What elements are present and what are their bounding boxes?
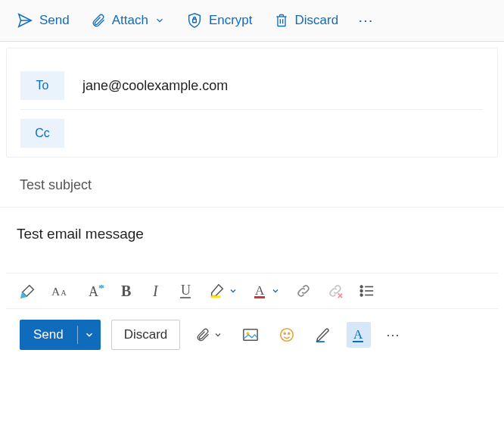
- highlight-icon: [209, 283, 226, 299]
- svg-point-24: [281, 329, 294, 342]
- pen-icon: [315, 326, 331, 343]
- discard-button-bottom[interactable]: Discard: [111, 320, 181, 350]
- body-editor[interactable]: Test email message: [17, 226, 490, 242]
- svg-rect-13: [254, 296, 265, 298]
- highlight-button[interactable]: [209, 283, 238, 299]
- send-button-bottom[interactable]: Send: [20, 320, 77, 350]
- bullet-list-button[interactable]: [359, 283, 375, 299]
- to-row: To: [20, 62, 484, 110]
- svg-rect-11: [211, 295, 221, 298]
- font-size-icon: A A: [51, 283, 71, 299]
- chevron-down-icon: [84, 329, 95, 340]
- svg-text:A: A: [89, 284, 98, 299]
- more-options-top[interactable]: ⋯: [350, 7, 382, 34]
- paperclip-icon: [195, 326, 210, 343]
- bold-icon: B: [120, 283, 135, 299]
- format-toolbar: A A A B I U A: [6, 273, 498, 309]
- send-button-top[interactable]: Send: [8, 8, 79, 33]
- italic-icon: I: [150, 283, 163, 299]
- attach-button-top[interactable]: Attach: [82, 8, 174, 33]
- chevron-down-icon: [213, 330, 222, 339]
- svg-text:B: B: [121, 283, 131, 299]
- font-style-button[interactable]: A: [86, 283, 104, 299]
- svg-text:A: A: [353, 327, 363, 342]
- insert-link-button[interactable]: [295, 283, 312, 299]
- to-input[interactable]: [64, 78, 484, 94]
- bottom-toolbar: Send Discard: [6, 309, 498, 361]
- discard-button-top[interactable]: Discard: [265, 8, 348, 33]
- svg-text:I: I: [152, 283, 159, 299]
- subject-row: [0, 164, 504, 208]
- insert-image-button[interactable]: [238, 323, 263, 347]
- more-options-bottom[interactable]: ⋯: [381, 322, 406, 348]
- link-icon: [295, 283, 312, 299]
- discard-label-top: Discard: [295, 13, 339, 28]
- show-formatting-button[interactable]: A: [347, 322, 371, 348]
- trash-icon: [274, 12, 289, 29]
- format-painter-button[interactable]: [20, 283, 36, 299]
- underline-button[interactable]: U: [179, 283, 194, 299]
- svg-text:A: A: [51, 285, 61, 298]
- encrypt-button[interactable]: Encrypt: [177, 8, 262, 33]
- emoji-icon: [278, 326, 295, 343]
- italic-button[interactable]: I: [150, 283, 163, 299]
- cc-button[interactable]: Cc: [20, 119, 64, 148]
- to-button[interactable]: To: [20, 71, 64, 100]
- cc-input[interactable]: [64, 126, 484, 142]
- emoji-button[interactable]: [274, 322, 300, 348]
- svg-point-25: [285, 333, 286, 334]
- paintbrush-icon: [20, 283, 36, 299]
- svg-point-18: [360, 294, 362, 296]
- font-color-icon: A: [253, 283, 268, 299]
- cc-row: Cc: [20, 110, 484, 157]
- body-row: Test email message: [0, 208, 504, 273]
- subject-input[interactable]: [20, 177, 490, 193]
- paperclip-icon: [91, 12, 106, 29]
- svg-text:A: A: [255, 283, 265, 298]
- font-size-button[interactable]: A A: [51, 283, 71, 299]
- send-options-button[interactable]: [78, 320, 101, 350]
- font-style-icon: A: [86, 283, 104, 299]
- shield-lock-icon: [186, 12, 203, 29]
- chevron-down-icon: [154, 15, 165, 26]
- svg-point-26: [288, 333, 290, 334]
- send-label-top: Send: [39, 13, 70, 28]
- chevron-down-icon: [271, 286, 280, 295]
- send-split-button: Send: [20, 320, 101, 350]
- signature-button[interactable]: [310, 322, 336, 348]
- svg-point-17: [360, 290, 362, 292]
- image-icon: [242, 327, 259, 342]
- underline-icon: U: [179, 283, 194, 299]
- font-color-button[interactable]: A: [253, 283, 280, 299]
- compose-area: To Cc: [6, 48, 498, 158]
- chevron-down-icon: [229, 286, 238, 295]
- send-icon: [17, 12, 33, 29]
- bold-button[interactable]: B: [120, 283, 135, 299]
- unlink-icon: [327, 283, 344, 299]
- formatting-toggle-icon: A: [351, 326, 366, 343]
- svg-text:U: U: [181, 283, 191, 298]
- attach-button-bottom[interactable]: [191, 322, 227, 348]
- bullet-list-icon: [359, 283, 375, 299]
- svg-text:A: A: [61, 289, 67, 297]
- attach-label-top: Attach: [112, 13, 148, 28]
- top-toolbar: Send Attach Encrypt Discard ⋯: [0, 0, 504, 42]
- remove-link-button[interactable]: [327, 283, 344, 299]
- svg-point-16: [360, 286, 362, 288]
- svg-rect-1: [193, 19, 197, 23]
- encrypt-label: Encrypt: [209, 13, 253, 28]
